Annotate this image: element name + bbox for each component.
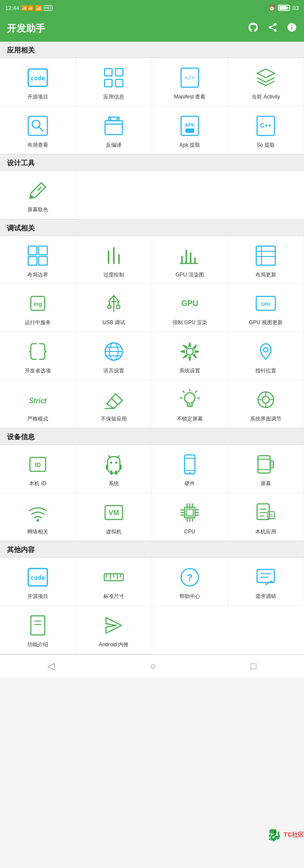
section-grid-app-related: code开源项目应用信息</>Manifest 查看当前 Activity布局查…	[0, 58, 304, 155]
svg-rect-20	[28, 246, 37, 255]
grid-item-layout-update[interactable]: 布局更新	[228, 236, 304, 284]
grid-item-standard-size[interactable]: 标准尺寸	[76, 558, 152, 606]
item-label-app-info: 应用信息	[103, 94, 124, 101]
nav-home[interactable]: ○	[150, 661, 155, 672]
icon-box-current-activity	[252, 64, 279, 91]
item-label-feature-intro: 功能介绍	[27, 641, 48, 648]
grid-item-system-setting[interactable]: 系统设置	[152, 332, 228, 380]
icon-box-system-setting	[176, 338, 203, 365]
grid-item-usb-debug[interactable]: USB 调试	[76, 284, 152, 332]
section-grid-design-tools: 屏幕取色	[0, 171, 304, 220]
grid-item-dev-options[interactable]: 开发者选项	[0, 332, 76, 380]
item-label-current-activity: 当前 Activity	[251, 94, 280, 101]
item-label-dev-options: 开发者选项	[25, 368, 51, 375]
icon-box-device-id: ID	[24, 451, 51, 478]
svg-rect-2	[105, 69, 112, 76]
svg-rect-11	[105, 121, 122, 135]
grid-item-help-center[interactable]: ?帮助中心	[152, 558, 228, 606]
time: 12:44	[5, 5, 20, 11]
item-label-screen-info: 屏幕	[261, 480, 271, 487]
item-label-system-ui-adjust: 系统界面调节	[250, 416, 281, 423]
grid-item-color-picker[interactable]: 屏幕取色	[0, 171, 76, 219]
item-label-gpu-view-update: GPU 视图更新	[249, 319, 282, 326]
section-grid-debug-related: 布局边界过度绘制GPU 渲染图布局更新ing运行中服务USB 调试GPU强制 G…	[0, 236, 304, 428]
grid-item-layout-bounds[interactable]: 布局边界	[0, 236, 76, 284]
status-right: ⏰ 83	[268, 5, 299, 11]
status-left: 12:44 📶📶 📶 HD	[5, 5, 53, 11]
icon-box-manifest: </>	[176, 64, 203, 91]
grid-item-language-setting[interactable]: 语言设置	[76, 332, 152, 380]
grid-item-feature-intro[interactable]: 功能介绍	[0, 606, 76, 654]
grid-item-vm-info[interactable]: VM虚拟机	[76, 493, 152, 541]
info-icon[interactable]	[287, 22, 297, 35]
grid-item-overdraw[interactable]: 过度绘制	[76, 236, 152, 284]
svg-point-53	[264, 348, 268, 352]
grid-item-strict-mode[interactable]: Strict严格模式	[0, 380, 76, 428]
share-icon[interactable]	[268, 22, 278, 35]
app-bar: 开发助手	[0, 16, 304, 42]
grid-item-manifest[interactable]: </>Manifest 查看	[152, 58, 228, 106]
status-bar: 12:44 📶📶 📶 HD ⏰ 83	[0, 0, 304, 16]
grid-item-open-source2[interactable]: code开源项目	[0, 558, 76, 606]
svg-text:C++: C++	[260, 122, 271, 129]
nav-recent[interactable]: □	[251, 661, 256, 672]
watermark-text: TC社区	[284, 831, 304, 839]
item-label-cpu-info: CPU	[184, 529, 195, 536]
grid-item-system-ui-adjust[interactable]: 系统界面调节	[228, 380, 304, 428]
grid-item-gpu-view-update[interactable]: GPUGPU 视图更新	[228, 284, 304, 332]
github-icon[interactable]	[248, 22, 259, 36]
svg-text:ing: ing	[33, 301, 42, 307]
grid-item-device-id[interactable]: ID本机 ID	[0, 445, 76, 493]
icon-box-apk-extract: APK	[176, 112, 203, 139]
item-label-manifest: Manifest 查看	[174, 94, 206, 101]
grid-item-cpu-info[interactable]: CPU	[152, 493, 228, 541]
nav-back[interactable]: ◁	[47, 661, 55, 672]
icon-box-dev-options	[24, 338, 51, 365]
item-label-force-gpu: 强制 GPU 渲染	[172, 319, 208, 326]
icon-box-running-service: ing	[24, 290, 51, 317]
item-label-color-picker: 屏幕取色	[27, 207, 48, 214]
icon-box-app-info	[100, 64, 127, 91]
sections-container: 应用相关code开源项目应用信息</>Manifest 查看当前 Activit…	[0, 42, 304, 654]
svg-line-55	[111, 398, 118, 405]
item-label-layout-update: 布局更新	[255, 272, 276, 279]
svg-text:VM: VM	[109, 509, 119, 516]
item-label-overdraw: 过度绘制	[103, 272, 124, 279]
grid-item-gpu-render[interactable]: GPU 渲染图	[152, 236, 228, 284]
grid-item-decompile[interactable]: 反编译	[76, 106, 152, 155]
grid-item-so-extract[interactable]: C++So 提取	[228, 106, 304, 155]
grid-item-network-info[interactable]: 网络相关	[0, 493, 76, 541]
grid-item-layout-inspect[interactable]: 布局查看	[0, 106, 76, 155]
svg-rect-78	[110, 470, 112, 475]
item-label-open-source: 开源项目	[27, 94, 48, 101]
svg-text:</>: </>	[185, 74, 195, 81]
grid-item-feedback[interactable]: 需求调研	[228, 558, 304, 606]
grid-item-hardware-info[interactable]: 硬件	[152, 445, 228, 493]
grid-item-android-push[interactable]: Android 内推	[76, 606, 152, 654]
grid-item-local-apps[interactable]: 本机应用	[228, 493, 304, 541]
grid-item-force-gpu[interactable]: GPU强制 GPU 渲染	[152, 284, 228, 332]
icon-box-screen-info	[252, 451, 279, 478]
battery-fill	[279, 6, 287, 10]
grid-item-screen-info[interactable]: 屏幕	[228, 445, 304, 493]
grid-item-current-activity[interactable]: 当前 Activity	[228, 58, 304, 106]
grid-item-running-service[interactable]: ing运行中服务	[0, 284, 76, 332]
grid-item-no-keep-apps[interactable]: 不保留应用	[76, 380, 152, 428]
grid-item-pointer-location[interactable]: 指针位置	[228, 332, 304, 380]
item-label-language-setting: 语言设置	[103, 368, 124, 375]
icon-box-language-setting	[100, 338, 127, 365]
icon-box-layout-inspect	[24, 112, 51, 139]
svg-rect-95	[186, 509, 193, 516]
icon-box-help-center: ?	[176, 564, 203, 591]
grid-item-system-info[interactable]: 系统	[76, 445, 152, 493]
svg-point-19	[30, 195, 33, 198]
svg-text:GPU: GPU	[181, 299, 198, 308]
grid-item-open-source[interactable]: code开源项目	[0, 58, 76, 106]
section-grid-device-info: ID本机 ID系统硬件屏幕网络相关VM虚拟机CPU本机应用	[0, 445, 304, 541]
battery-tip	[287, 7, 288, 9]
grid-item-apk-extract[interactable]: APKApk 提取	[152, 106, 228, 155]
alarm-icon: ⏰	[268, 5, 275, 11]
grid-item-app-info[interactable]: 应用信息	[76, 58, 152, 106]
grid-item-no-lock-screen[interactable]: 不锁定屏幕	[152, 380, 228, 428]
icon-box-network-info	[24, 499, 51, 526]
